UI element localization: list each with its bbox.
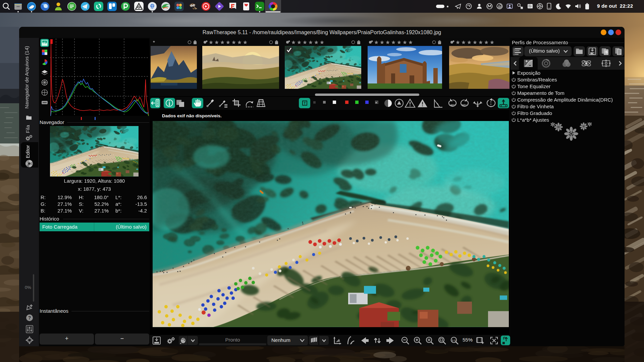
svg-text:?: ? bbox=[28, 315, 31, 320]
svg-text:T: T bbox=[304, 102, 306, 105]
svg-text:90°: 90° bbox=[462, 103, 467, 107]
svg-text:1:1: 1:1 bbox=[452, 339, 456, 342]
svg-text:90°: 90° bbox=[450, 103, 455, 107]
